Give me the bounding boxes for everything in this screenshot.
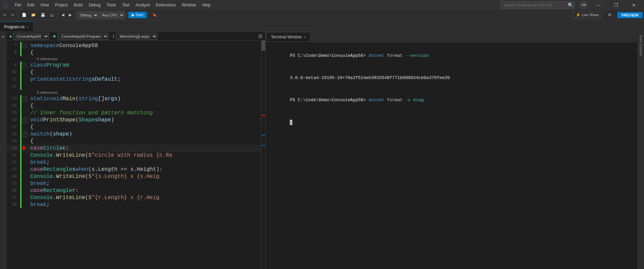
- line-num-17: 17: [7, 124, 20, 129]
- cpu-config-dropdown[interactable]: Any CPU: [99, 11, 125, 19]
- toolbar-save[interactable]: 💾: [39, 12, 47, 18]
- code-text-10: {: [30, 69, 261, 75]
- toolbar-bookmark[interactable]: 🔖: [150, 12, 159, 18]
- toolbar-redo[interactable]: ↪: [9, 12, 16, 18]
- menu-view[interactable]: View: [38, 1, 52, 9]
- scroll-marker-1: [261, 135, 265, 136]
- close-button[interactable]: ✕: [626, 0, 641, 10]
- breadcrumb: ■ ConsoleApp58 › ◉ ConsoleApp58.Program …: [7, 32, 265, 41]
- tab-bar: Program.cs ×: [0, 20, 644, 32]
- toolbar-settings[interactable]: ⚙: [606, 12, 613, 18]
- activity-bar: ▶: [0, 32, 7, 269]
- menu-file[interactable]: File: [12, 1, 24, 9]
- git-indicator-27: [20, 194, 22, 201]
- tab-program-cs[interactable]: Program.cs ×: [0, 22, 34, 32]
- git-indicator-8: [20, 49, 22, 56]
- margin-19: [20, 138, 30, 145]
- menu-extensions[interactable]: Extensions: [153, 1, 178, 9]
- team-explorer-label[interactable]: Team Explorer: [638, 33, 643, 57]
- fold-13[interactable]: −: [22, 97, 27, 101]
- code-line-17: 17 {: [7, 123, 261, 130]
- code-line-19: 19 {: [7, 138, 261, 145]
- terminal-ps-3: PS: [290, 98, 297, 103]
- fold-18[interactable]: −: [22, 132, 27, 137]
- code-text-11: private static string sDefault;: [30, 76, 261, 82]
- line-num-16: 16: [7, 117, 20, 122]
- toolbar-forward[interactable]: ▶: [67, 12, 74, 18]
- line-num-20: 20: [7, 146, 20, 151]
- menu-project[interactable]: Project: [52, 1, 70, 9]
- git-indicator-11: [20, 76, 22, 83]
- bc-sep-1: ›: [50, 34, 52, 38]
- menu-analyze[interactable]: Analyze: [133, 1, 153, 9]
- bc-method: ƒ Main(string[] args): [113, 33, 157, 40]
- code-text-23: case Rectangle s when (s.Length == s.Hei…: [30, 166, 261, 172]
- toolbar-save-all[interactable]: 🗂: [48, 12, 56, 18]
- line-num-25: 25: [7, 181, 20, 186]
- preview-button[interactable]: PREVIEW: [617, 12, 643, 18]
- activity-expand-icon[interactable]: ▶: [0, 33, 6, 39]
- git-indicator-10: [20, 69, 22, 76]
- fold-9[interactable]: −: [22, 63, 27, 68]
- menu-edit[interactable]: Edit: [25, 1, 37, 9]
- code-line-13: 13 − static void Main(string[] args): [7, 95, 261, 102]
- code-text-19: {: [30, 138, 261, 144]
- start-button[interactable]: ▶ Start: [128, 12, 147, 18]
- titlebar-right: 🔍 KN — ❐ ✕: [500, 0, 641, 10]
- terminal-flag-1: --version: [405, 53, 429, 58]
- terminal-tab-close[interactable]: ×: [304, 35, 306, 39]
- bc-class-dropdown[interactable]: ConsoleApp58.Program: [57, 33, 109, 40]
- git-indicator-15: [20, 109, 22, 116]
- bc-method-dropdown[interactable]: Main(string[] args): [116, 33, 157, 40]
- menu-tools[interactable]: Tools: [104, 1, 119, 9]
- terminal-tab[interactable]: Terminal Window ×: [267, 33, 310, 41]
- ref-hint-13: 0 references: [7, 90, 261, 95]
- toolbar-sep-5: [148, 12, 149, 18]
- search-icon[interactable]: 🔍: [568, 2, 573, 8]
- toolbar-new[interactable]: 📄: [20, 12, 29, 18]
- editor-expand-button[interactable]: ⊞: [258, 33, 263, 39]
- menu-help[interactable]: Help: [199, 1, 213, 9]
- terminal-path-3: C:\Code\Demo\ConsoleApp58>: [298, 98, 369, 103]
- terminal-path-1: C:\Code\Demo\ConsoleApp58>: [298, 53, 369, 58]
- menu-window[interactable]: Window: [179, 1, 199, 9]
- toolbar-sep-4: [126, 12, 127, 18]
- code-editor[interactable]: 7 − namespace ConsoleApp58 8: [7, 41, 261, 269]
- code-text-26: case Rectangle r:: [30, 188, 261, 194]
- user-avatar[interactable]: KN: [579, 1, 589, 9]
- git-indicator-20: [20, 145, 22, 152]
- minimize-button[interactable]: —: [591, 0, 606, 10]
- line-num-12: 12: [7, 84, 20, 89]
- git-indicator-24: [20, 173, 22, 180]
- restore-button[interactable]: ❐: [608, 0, 624, 10]
- toolbar-back[interactable]: ◀: [59, 12, 66, 18]
- fold-7[interactable]: −: [22, 43, 27, 48]
- toolbar-undo[interactable]: ↩: [1, 12, 8, 18]
- code-text-20: case Circle c:: [30, 145, 261, 151]
- menu-debug[interactable]: Debug: [86, 1, 103, 9]
- toolbar-open[interactable]: 📂: [29, 12, 38, 18]
- terminal-content[interactable]: PS C:\Code\Demo\ConsoleApp58> dotnet for…: [266, 42, 637, 269]
- code-line-23: 23 case Rectangle s when (s.Length == s.…: [7, 166, 261, 173]
- debug-config-dropdown[interactable]: Debug: [77, 11, 98, 19]
- editor-scrollbar-thumb[interactable]: [261, 41, 265, 51]
- terminal-args-1: format: [384, 53, 405, 58]
- menu-test[interactable]: Test: [119, 1, 132, 9]
- code-text-24: Console.WriteLine($"{s.Length} x {s.Heig: [30, 174, 261, 180]
- breakpoint-20[interactable]: [22, 146, 26, 150]
- code-line-8: 8 {: [7, 49, 261, 56]
- margin-13: −: [20, 95, 30, 102]
- bc-class-icon: ◉: [53, 34, 56, 38]
- editor-scrollbar[interactable]: [261, 41, 265, 269]
- bc-project-dropdown[interactable]: ConsoleApp58: [13, 33, 49, 40]
- tab-program-cs-close[interactable]: ×: [27, 25, 29, 29]
- global-search-input[interactable]: [500, 1, 574, 9]
- margin-23: [20, 166, 30, 173]
- menu-bar: File Edit View Project Build Debug Tools…: [12, 1, 499, 9]
- fold-16[interactable]: −: [22, 118, 27, 122]
- code-line-14: 14 {: [7, 102, 261, 109]
- menu-build[interactable]: Build: [71, 1, 85, 9]
- line-num-19: 19: [7, 139, 20, 144]
- live-share-button[interactable]: ⚡ Live Share: [573, 12, 602, 18]
- code-text-16: void PrintShape(Shape shape): [30, 117, 261, 123]
